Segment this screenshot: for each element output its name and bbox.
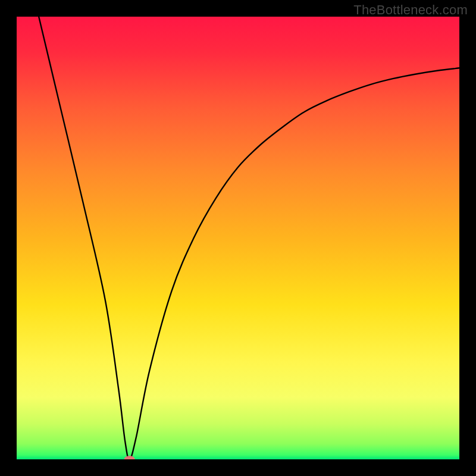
plot-area [17, 17, 459, 459]
watermark-text: TheBottleneck.com [353, 2, 468, 18]
gradient-background [17, 17, 459, 459]
chart-frame: TheBottleneck.com [0, 0, 476, 476]
chart-svg [17, 17, 459, 459]
